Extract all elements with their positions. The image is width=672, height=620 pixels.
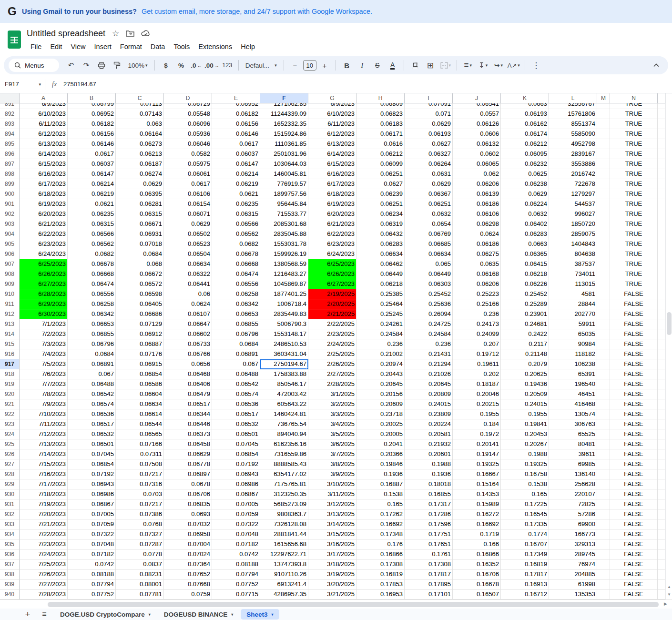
cell-H928[interactable]: 0.1936 xyxy=(356,469,405,479)
cell-N892[interactable]: TRUE xyxy=(610,109,658,119)
cell-K916[interactable]: 0.21148 xyxy=(501,349,549,359)
cell-N936[interactable]: FALSE xyxy=(610,549,658,559)
cell-I913[interactable]: 0.24725 xyxy=(405,319,453,329)
cell-C934[interactable]: 0.07327 xyxy=(116,529,164,539)
cell-M900[interactable] xyxy=(597,189,610,199)
cell-G940[interactable]: 3/21/2025 xyxy=(308,590,356,600)
cell-M927[interactable] xyxy=(597,459,610,469)
cell-M928[interactable] xyxy=(597,469,610,479)
cell-N928[interactable]: FALSE xyxy=(610,469,658,479)
cell-K906[interactable]: 0.06365 xyxy=(501,249,549,259)
cell-G937[interactable]: 3/18/2025 xyxy=(308,559,356,569)
cell-H891[interactable]: 0.06809 xyxy=(356,103,405,109)
cell-E910[interactable]: 0.06258 xyxy=(212,289,260,299)
row-header-939[interactable]: 939 xyxy=(0,579,20,590)
cell-G923[interactable]: 3/4/2025 xyxy=(308,419,356,429)
cell-M892[interactable] xyxy=(597,109,610,119)
cell-I891[interactable]: 0.07091 xyxy=(405,103,453,109)
row-header-909[interactable]: 909 xyxy=(0,279,20,289)
cell-A906[interactable]: 6/24/2023 xyxy=(20,249,68,259)
cell-D899[interactable]: 0.0617 xyxy=(164,179,212,189)
cell-J929[interactable]: 0.15164 xyxy=(453,479,501,489)
cell-M911[interactable] xyxy=(597,299,610,309)
cell-K903[interactable]: 0.06402 xyxy=(501,219,549,229)
cell-C925[interactable]: 0.07166 xyxy=(116,439,164,449)
cell-M934[interactable] xyxy=(597,529,610,539)
cell-C893[interactable]: 0.063 xyxy=(116,119,164,129)
cell-D893[interactable]: 0.06096 xyxy=(164,119,212,129)
cell-N939[interactable]: FALSE xyxy=(610,579,658,590)
cell-F901[interactable]: 956445.84 xyxy=(260,199,308,209)
cell-N893[interactable]: TRUE xyxy=(610,119,658,129)
cell-F930[interactable]: 3123250.35 xyxy=(260,489,308,499)
cell-B895[interactable]: 0.06146 xyxy=(68,139,116,149)
cell-G935[interactable]: 3/16/2025 xyxy=(308,539,356,549)
cell-H929[interactable]: 0.16887 xyxy=(356,479,405,489)
cell-H919[interactable]: 0.20645 xyxy=(356,379,405,389)
column-header-L[interactable]: L xyxy=(549,93,597,103)
cell-N910[interactable]: FALSE xyxy=(610,289,658,299)
cell-G897[interactable]: 6/15/2023 xyxy=(308,159,356,169)
cell-G908[interactable]: 6/26/2023 xyxy=(308,269,356,279)
cell-F897[interactable]: 1030644.03 xyxy=(260,159,308,169)
cell-J904[interactable]: 0.0624 xyxy=(453,229,501,239)
row-header-930[interactable]: 930 xyxy=(0,489,20,499)
cell-E935[interactable]: 0.07182 xyxy=(212,539,260,549)
decrease-decimal-button[interactable]: .0← xyxy=(189,59,204,72)
cell-M925[interactable] xyxy=(597,439,610,449)
cell-H930[interactable]: 0.1538 xyxy=(356,489,405,499)
column-header-I[interactable]: I xyxy=(405,93,453,103)
row-header-932[interactable]: 932 xyxy=(0,509,20,519)
cell-K926[interactable]: 0.1988 xyxy=(501,449,549,459)
cell-G893[interactable]: 6/11/2023 xyxy=(308,119,356,129)
cell-I937[interactable]: 0.17308 xyxy=(405,559,453,569)
row-header-904[interactable]: 904 xyxy=(0,229,20,239)
zoom-select[interactable]: 100%▾ xyxy=(125,59,151,72)
cell-F919[interactable]: 850546.17 xyxy=(260,379,308,389)
cell-B894[interactable]: 0.06156 xyxy=(68,129,116,139)
cell-F916[interactable]: 3603431.04 xyxy=(260,349,308,359)
cell-I893[interactable]: 0.0629 xyxy=(405,119,453,129)
cell-N930[interactable]: FALSE xyxy=(610,489,658,499)
cell-D909[interactable]: 0.06441 xyxy=(164,279,212,289)
cell-F893[interactable]: 1652332.35 xyxy=(260,119,308,129)
cell-I940[interactable]: 0.17101 xyxy=(405,590,453,600)
cell-H921[interactable]: 0.20609 xyxy=(356,399,405,409)
cell-E934[interactable]: 0.07048 xyxy=(212,529,260,539)
vertical-scrollbar-thumb[interactable] xyxy=(667,312,672,335)
cell-D938[interactable]: 0.07652 xyxy=(164,569,212,579)
cell-L937[interactable]: 76974 xyxy=(549,559,597,569)
cell-J908[interactable]: 0.06168 xyxy=(453,269,501,279)
cell-E900[interactable]: 0.0621 xyxy=(212,189,260,199)
cell-A937[interactable]: 7/25/2023 xyxy=(20,559,68,569)
cell-K913[interactable]: 0.24681 xyxy=(501,319,549,329)
cell-K901[interactable]: 0.06224 xyxy=(501,199,549,209)
cell-M898[interactable] xyxy=(597,169,610,179)
row-header-916[interactable]: 916 xyxy=(0,349,20,359)
row-header-924[interactable]: 924 xyxy=(0,429,20,439)
cell-G924[interactable]: 3/5/2025 xyxy=(308,429,356,439)
cell-N915[interactable]: FALSE xyxy=(610,339,658,349)
cell-H925[interactable]: 0.2041 xyxy=(356,439,405,449)
row-header-926[interactable]: 926 xyxy=(0,449,20,459)
undo-button[interactable]: ↶ xyxy=(64,59,78,72)
cell-L910[interactable]: 4581 xyxy=(549,289,597,299)
cell-F902[interactable]: 715533.77 xyxy=(260,209,308,219)
cell-K898[interactable]: 0.0625 xyxy=(501,169,549,179)
cell-D939[interactable]: 0.07668 xyxy=(164,579,212,590)
cell-I925[interactable]: 0.21932 xyxy=(405,439,453,449)
cell-D892[interactable]: 0.05548 xyxy=(164,109,212,119)
cell-B913[interactable]: 0.06653 xyxy=(68,319,116,329)
cell-B923[interactable]: 0.06517 xyxy=(68,419,116,429)
cell-K923[interactable]: 0.19841 xyxy=(501,419,549,429)
horizontal-align-button[interactable]: ≡▾ xyxy=(461,59,475,72)
cell-L914[interactable]: 65035 xyxy=(549,329,597,339)
cell-A938[interactable]: 7/26/2023 xyxy=(20,569,68,579)
cell-B912[interactable]: 0.06342 xyxy=(68,309,116,319)
cell-F892[interactable]: 11244339.09 xyxy=(260,109,308,119)
cell-F937[interactable]: 13747393.8 xyxy=(260,559,308,569)
cell-J907[interactable]: 0.0635 xyxy=(453,259,501,269)
cell-D904[interactable]: 0.06502 xyxy=(164,229,212,239)
cell-D900[interactable]: 0.06106 xyxy=(164,189,212,199)
cell-K894[interactable]: 0.06174 xyxy=(501,129,549,139)
